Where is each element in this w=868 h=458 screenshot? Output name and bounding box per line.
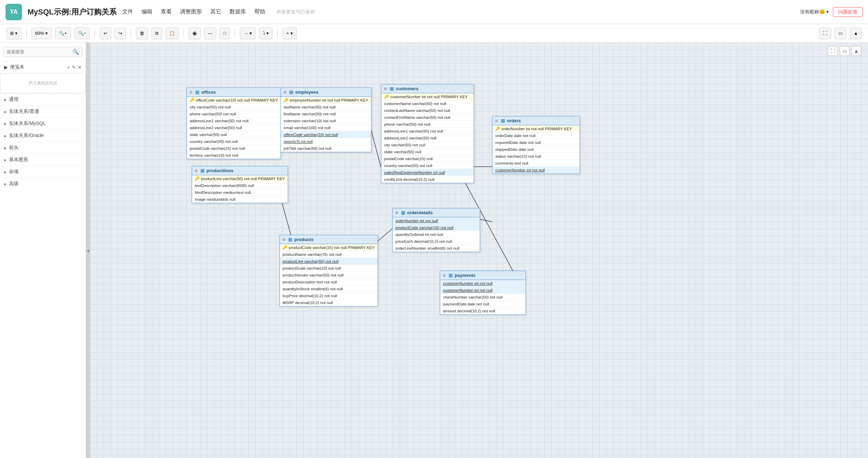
- sidebar-collapse-handle[interactable]: ◀: [86, 43, 90, 458]
- row-text: comments text null: [495, 161, 528, 165]
- row-text: firstName varchar(50) not null: [284, 112, 336, 116]
- fill-button[interactable]: ◈: [189, 28, 201, 39]
- table-row: quantityInStock smallint(6) not null: [280, 285, 378, 292]
- save-status: 所有更改均已保存: [276, 9, 315, 15]
- section-er-oracle-header[interactable]: ▶ 实体关系/Oracle: [0, 130, 86, 142]
- copy-button[interactable]: ⧉: [151, 28, 162, 39]
- notepad-edit-icon[interactable]: ✎: [72, 65, 76, 70]
- menu-help[interactable]: 帮助: [254, 8, 265, 15]
- notepad-header[interactable]: ▶ 便笺本 + ✎ ✕: [0, 61, 86, 73]
- canvas-collapse-button[interactable]: ▲: [851, 46, 861, 56]
- table-payments[interactable]: ⊟ ▦ payments customerNumber int not null…: [440, 271, 526, 315]
- menu-edit[interactable]: 编辑: [141, 8, 152, 15]
- menu-file[interactable]: 文件: [122, 8, 133, 15]
- table-orderdetails[interactable]: ⊟ ▦ orderdetails orderNumber int not nul…: [392, 208, 480, 252]
- search-input[interactable]: [7, 49, 72, 54]
- undo-button[interactable]: ↩: [100, 28, 111, 39]
- table-orderdetails-title: orderdetails: [407, 210, 433, 215]
- search-box[interactable]: 🔍: [3, 47, 82, 57]
- table-offices-header: ⊟ ▦ offices: [187, 88, 280, 97]
- table-row: customerName varchar(50) not null: [381, 100, 474, 107]
- canvas-panel-button[interactable]: ▭: [840, 46, 849, 56]
- table-row: 🔑 officeCode varchar(10) not null PRIMAR…: [187, 97, 280, 104]
- row-text: checkNumber varchar(50) not null: [443, 295, 502, 299]
- table-employees[interactable]: ⊟ ▦ employees 🔑 employeeNumber int not n…: [280, 87, 371, 152]
- section-misc: ▶ 杂项: [0, 166, 86, 178]
- section-er-mysql-header[interactable]: ▶ 实体关系/MySQL: [0, 118, 86, 129]
- table-row: amount decimal(10,2) not null: [440, 308, 526, 314]
- table-offices[interactable]: ⊟ ▦ offices 🔑 officeCode varchar(10) not…: [187, 87, 281, 159]
- section-basic-header[interactable]: ▶ 基本图形: [0, 154, 86, 166]
- menu-adjust[interactable]: 调整图形: [180, 8, 202, 15]
- row-text: employeeNumber int not null PRIMARY KEY: [290, 98, 368, 102]
- table-row: creditLimit decimal(10,2) null: [381, 176, 474, 183]
- page-title: MySQL示例:用户订购关系: [28, 7, 117, 17]
- table-products-header: ⊟ ▦ products: [280, 235, 378, 244]
- table-row: productName varchar(70) not null: [280, 251, 378, 258]
- user-label[interactable]: 没有昵称😊 ▾: [800, 9, 829, 15]
- table-productlines[interactable]: ⊟ ▦ productlines 🔑 productLine varchar(5…: [192, 166, 288, 203]
- table-row: addressLine2 varchar(50) null: [381, 135, 474, 142]
- row-text: country varchar(50) not null: [190, 139, 238, 144]
- zoom-out-button[interactable]: 🔍−: [74, 28, 90, 39]
- table-row: productVendor varchar(50) not null: [280, 272, 378, 279]
- panel-button[interactable]: ▭: [835, 28, 846, 39]
- section-misc-header[interactable]: ▶ 杂项: [0, 166, 86, 178]
- zoom-in-icon: 🔍+: [59, 31, 67, 36]
- row-text: territory varchar(10) not null: [190, 153, 238, 157]
- table-row: priceEach decimal(10,2) not null: [393, 238, 480, 245]
- section-advanced-header[interactable]: ▶ 高级: [0, 178, 86, 190]
- canvas-fullscreen-button[interactable]: ⛶: [828, 46, 838, 56]
- table-orders[interactable]: ⊟ ▦ orders 🔑 orderNumber int not null PR…: [492, 116, 580, 174]
- table-customers[interactable]: ⊟ ▦ customers 🔑 customerNumber int not n…: [381, 84, 474, 183]
- fullscreen-button[interactable]: ⛶: [819, 28, 831, 39]
- add-button[interactable]: + ▾: [283, 28, 296, 39]
- table-offices-title: offices: [201, 90, 216, 95]
- table-row: email varchar(100) not null: [281, 124, 371, 131]
- table-employees-table-icon: ▦: [289, 90, 293, 95]
- table-offices-table-icon: ▦: [195, 90, 199, 95]
- section-arrows: ▶ 箭头: [0, 142, 86, 154]
- section-arrows-header[interactable]: ▶ 箭头: [0, 142, 86, 154]
- zoom-label: 60%: [35, 31, 44, 36]
- layout-button[interactable]: ⊞ ▾: [6, 28, 21, 39]
- section-misc-arrow: ▶: [4, 170, 7, 174]
- arrow2-button[interactable]: ⤵ ▾: [259, 28, 273, 39]
- row-text: state varchar(50) null: [190, 133, 227, 137]
- row-text: postalCode varchar(15) null: [384, 157, 433, 161]
- row-text: addressLine1 varchar(50) not null: [190, 119, 248, 123]
- paste-button[interactable]: 📋: [166, 28, 179, 39]
- table-products[interactable]: ⊟ ▦ products 🔑 productCode varchar(15) n…: [279, 235, 378, 306]
- section-misc-label: 杂项: [9, 169, 19, 175]
- row-text: productCode varchar(15) not null PRIMARY…: [289, 246, 375, 250]
- redo-button[interactable]: ↪: [115, 28, 126, 39]
- collapse-toolbar-button[interactable]: ▲: [850, 28, 862, 39]
- section-general-header[interactable]: ▶ 通用: [0, 94, 86, 105]
- menu-database[interactable]: 数据库: [230, 8, 246, 15]
- shape-button[interactable]: □: [220, 28, 230, 39]
- zoom-level-button[interactable]: 60% ▾: [31, 28, 52, 39]
- notepad-close-icon[interactable]: ✕: [78, 65, 82, 70]
- menu-other[interactable]: 其它: [210, 8, 221, 15]
- table-orders-header: ⊟ ▦ orders: [493, 116, 580, 125]
- sep5: [235, 29, 235, 38]
- table-row: phone varchar(50) not null: [187, 111, 280, 117]
- section-er-normal-header[interactable]: ▶ 实体关系/普通: [0, 106, 86, 117]
- app-logo: YA: [6, 4, 22, 20]
- section-advanced-label: 高级: [9, 181, 19, 187]
- table-row: customerNumber int not null: [493, 167, 580, 174]
- delete-button[interactable]: 🗑: [136, 28, 148, 39]
- canvas-area[interactable]: ⊟ ▦ offices 🔑 officeCode varchar(10) not…: [90, 43, 868, 458]
- menu-view[interactable]: 查看: [161, 8, 172, 15]
- section-arrows-arrow: ▶: [4, 146, 7, 150]
- zoom-in-button[interactable]: 🔍+: [55, 28, 71, 39]
- table-row: contactFirstName varchar(50) not null: [381, 114, 474, 121]
- table-orders-corner-icon: ⊟: [495, 119, 498, 123]
- arrow1-button[interactable]: → ▾: [240, 28, 256, 39]
- section-general: ▶ 通用: [0, 93, 86, 105]
- line-button[interactable]: —: [204, 28, 216, 39]
- notepad-add-icon[interactable]: +: [67, 65, 70, 70]
- feedback-button[interactable]: 问题反馈: [833, 7, 862, 17]
- fullscreen-icon: ⛶: [823, 31, 827, 36]
- row-text: productDescription text not null: [283, 280, 337, 284]
